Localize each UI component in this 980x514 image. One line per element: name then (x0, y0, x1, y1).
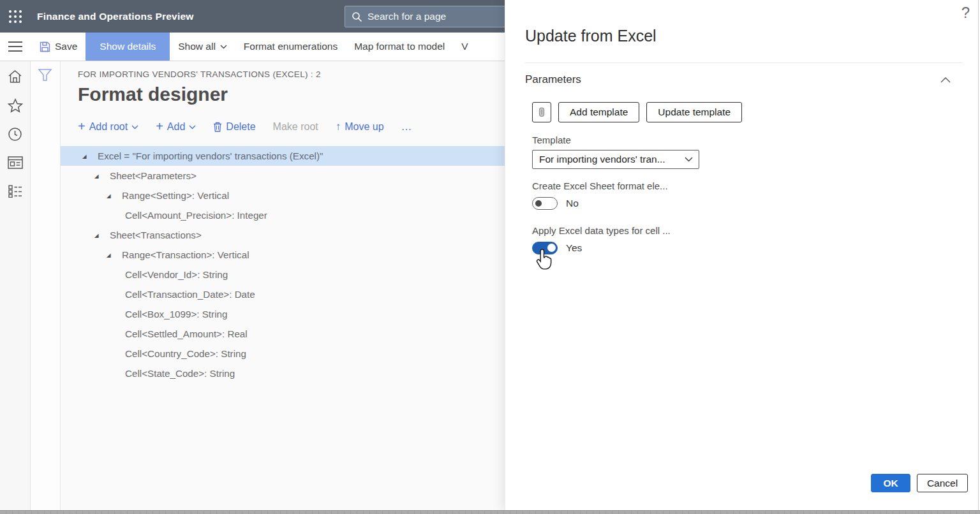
tree-node-label: Cell<Vendor_Id>: String (125, 269, 228, 280)
page-search-box[interactable] (345, 6, 505, 27)
cancel-button[interactable]: Cancel (917, 474, 968, 492)
list-boxes-icon (8, 185, 22, 198)
parameters-label: Parameters (525, 73, 581, 86)
clipped-toolbar-item[interactable]: V (453, 33, 476, 61)
show-details-button[interactable]: Show details (85, 33, 170, 61)
tree-node-label: Cell<Transaction_Date>: Date (125, 289, 255, 300)
template-select[interactable]: For importing vendors' tran... (532, 150, 699, 169)
scrollbar-track[interactable] (978, 0, 979, 510)
funnel-icon (38, 68, 52, 82)
recent-button[interactable] (7, 126, 24, 142)
apply-excel-types-toggle[interactable] (532, 242, 558, 254)
tree-expand-icon[interactable]: ◢ (94, 173, 103, 179)
format-enumerations-button[interactable]: Format enumerations (235, 33, 346, 61)
tree-node-label: Range<Transaction>: Vertical (122, 249, 249, 260)
chevron-down-icon (131, 125, 138, 129)
paperclip-icon (538, 106, 546, 118)
action-pane: Save Show details Show all Format enumer… (0, 33, 505, 61)
make-root-button[interactable]: Make root (273, 121, 318, 133)
tree-action-bar: + Add root + Add (78, 121, 505, 133)
chevron-down-icon (189, 125, 196, 129)
format-enumerations-label: Format enumerations (244, 41, 338, 52)
record-caption: FOR IMPORTING VENDORS' TRANSACTIONS (EXC… (78, 70, 505, 79)
add-button[interactable]: + Add (156, 121, 196, 133)
add-template-button[interactable]: Add template (558, 102, 639, 122)
tree-node[interactable]: Cell<State_Code>: String (61, 363, 505, 383)
create-sheet-format-toggle-row: No (532, 197, 962, 210)
modules-button[interactable] (7, 184, 24, 199)
attach-template-button[interactable] (532, 102, 551, 122)
tree-node[interactable]: ◢ Sheet<Parameters> (61, 166, 505, 186)
app-window: Finance and Operations Preview Save (0, 0, 980, 514)
dialog-title: Update from Excel (525, 0, 962, 45)
tree-expand-icon[interactable]: ◢ (94, 232, 103, 239)
parameters-section-header[interactable]: Parameters (525, 73, 962, 86)
tree-node-label: Cell<Box_1099>: String (125, 309, 227, 319)
tree-node-label: Range<Setting>: Vertical (122, 190, 229, 201)
star-icon (8, 98, 23, 113)
create-sheet-format-value: No (566, 198, 579, 209)
arrow-up-icon: ↑ (336, 121, 341, 133)
favorites-button[interactable] (7, 98, 24, 113)
move-up-button[interactable]: ↑ Move up (336, 121, 384, 133)
filter-button[interactable] (38, 68, 53, 83)
dialog-footer: OK Cancel (871, 474, 968, 492)
search-input[interactable] (368, 11, 482, 22)
toggle-knob (535, 200, 542, 207)
tree-node-label: Cell<Country_Code>: String (125, 348, 246, 359)
top-navigation-bar: Finance and Operations Preview (0, 0, 505, 33)
move-up-label: Move up (345, 121, 383, 133)
tree-expand-icon[interactable]: ◢ (82, 153, 91, 159)
clock-icon (8, 127, 22, 142)
tree-node-label: Sheet<Transactions> (110, 230, 202, 240)
create-sheet-format-toggle[interactable] (532, 197, 558, 210)
template-field-label: Template (532, 135, 962, 145)
tree-node[interactable]: Cell<Box_1099>: String (61, 304, 505, 324)
search-icon (352, 11, 362, 22)
tree-expand-icon[interactable]: ◢ (107, 193, 115, 199)
chevron-down-icon (220, 45, 227, 49)
apply-excel-types-label: Apply Excel data types for cell ... (532, 225, 962, 236)
map-format-to-model-label: Map format to model (354, 41, 445, 52)
left-navigation-rail (0, 61, 31, 510)
update-template-button[interactable]: Update template (646, 102, 742, 122)
create-sheet-format-label: Create Excel Sheet format ele... (532, 180, 962, 191)
delete-button[interactable]: Delete (213, 121, 255, 133)
tree-node-label: Cell<Amount_Precision>: Integer (125, 210, 267, 221)
divider (525, 62, 962, 63)
tree-node[interactable]: ◢ Range<Transaction>: Vertical (61, 245, 505, 265)
save-button[interactable]: Save (31, 33, 85, 61)
tree-node[interactable]: ◢ Sheet<Transactions> (61, 225, 505, 245)
map-format-to-model-button[interactable]: Map format to model (346, 33, 453, 61)
tree-node[interactable]: ◢ Excel = "For importing vendors' transa… (61, 146, 505, 166)
bottom-edge-strip (0, 510, 980, 514)
show-all-dropdown[interactable]: Show all (170, 33, 235, 61)
tree-node[interactable]: Cell<Country_Code>: String (61, 344, 505, 363)
add-root-button[interactable]: + Add root (78, 121, 138, 133)
toggle-knob (547, 244, 556, 252)
workspaces-button[interactable] (7, 155, 24, 170)
tree-node[interactable]: Cell<Vendor_Id>: String (61, 265, 505, 284)
app-title: Finance and Operations Preview (37, 11, 193, 22)
tree-expand-icon[interactable]: ◢ (107, 252, 115, 258)
home-button[interactable] (7, 69, 24, 84)
waffle-menu-button[interactable] (0, 0, 31, 33)
tree-node[interactable]: Cell<Amount_Precision>: Integer (61, 205, 505, 225)
more-actions-button[interactable]: … (401, 121, 413, 133)
template-select-value: For importing vendors' tran... (539, 154, 665, 165)
tree-node[interactable]: Cell<Settled_Amount>: Real (61, 324, 505, 344)
ok-button[interactable]: OK (871, 474, 910, 492)
window-form-icon (8, 156, 23, 169)
hamburger-menu-button[interactable] (0, 33, 31, 61)
save-label: Save (55, 41, 77, 52)
home-icon (8, 70, 22, 84)
tree-node[interactable]: ◢ Range<Setting>: Vertical (61, 186, 505, 205)
add-root-label: Add root (89, 121, 128, 133)
clipped-toolbar-label: V (461, 41, 468, 52)
chevron-up-icon[interactable] (940, 77, 951, 83)
page-title: Format designer (78, 84, 505, 105)
tree-node-label: Cell<State_Code>: String (125, 368, 235, 379)
show-details-label: Show details (100, 41, 156, 52)
make-root-label: Make root (273, 121, 318, 133)
tree-node[interactable]: Cell<Transaction_Date>: Date (61, 284, 505, 304)
